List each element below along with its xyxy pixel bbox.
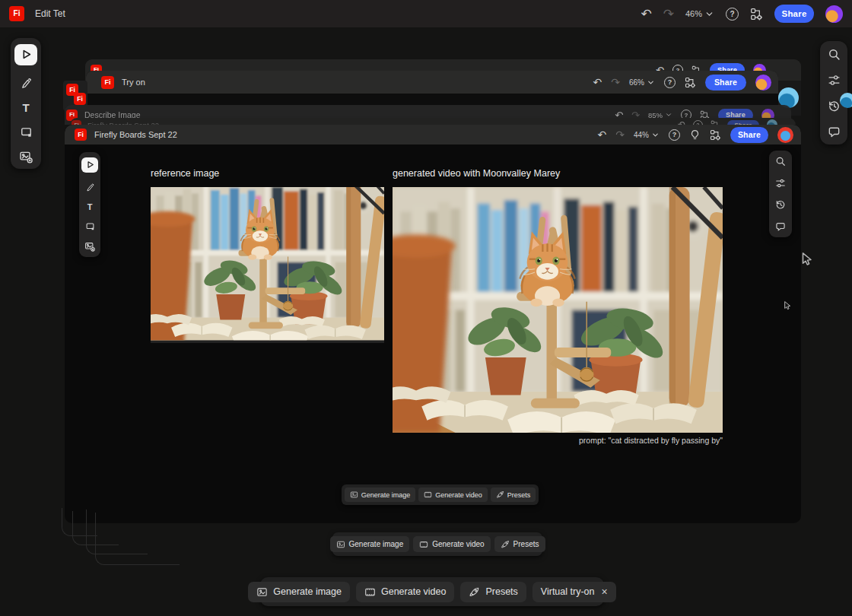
draw-tool[interactable] [20, 77, 33, 90]
undo-icon[interactable]: ↶ [598, 129, 607, 141]
text-tool[interactable]: T [87, 202, 93, 211]
image-icon [336, 540, 345, 549]
reference-image-label: reference image [151, 168, 219, 179]
comment-icon[interactable] [828, 125, 841, 138]
generate-image-button[interactable]: Generate image [330, 536, 410, 552]
generate-video-label: Generate video [381, 586, 446, 597]
zoom-control: 66% [629, 78, 655, 87]
generate-image-label: Generate image [361, 491, 411, 499]
filters-icon[interactable] [828, 74, 841, 87]
redo-icon: ↷ [611, 76, 620, 88]
generated-video-label: generated video with Moonvalley Marey [393, 168, 560, 179]
presets-button[interactable]: Presets [494, 536, 545, 552]
pen-icon [85, 183, 95, 192]
share-button: Share [705, 75, 746, 90]
firefly-logo[interactable]: Fi [9, 6, 24, 21]
cat-video-frame [393, 187, 723, 433]
media-tool[interactable] [84, 241, 95, 252]
select-tool[interactable] [81, 157, 98, 173]
right-toolbar-inner [769, 151, 792, 237]
generate-toolbar-main: Generate image Generate video Presets Vi… [260, 577, 604, 606]
left-toolbar-inner: T [79, 152, 100, 257]
zoom-level: 44% [634, 131, 649, 139]
search-icon[interactable] [828, 48, 841, 61]
user-avatar [755, 75, 771, 90]
presets-label: Presets [507, 491, 531, 499]
remote-cursor-pointer [801, 252, 812, 267]
generate-video-button[interactable]: Generate video [418, 487, 488, 502]
user-avatar[interactable] [825, 5, 843, 23]
generate-video-label: Generate video [432, 540, 484, 548]
zoom-level: 46% [685, 9, 702, 18]
help-icon[interactable]: ? [669, 129, 680, 141]
image-icon [256, 586, 268, 598]
redo-icon[interactable]: ↷ [615, 129, 625, 141]
rocket-icon [496, 491, 504, 499]
undo-icon[interactable]: ↶ [641, 6, 651, 22]
virtual-try-on-chip[interactable]: Virtual try-on × [532, 582, 616, 602]
history-icon[interactable] [775, 199, 786, 210]
ghost-window-corner [95, 513, 180, 565]
text-tool[interactable]: T [22, 101, 29, 114]
comment-icon[interactable] [775, 221, 786, 232]
history-icon[interactable] [828, 100, 841, 113]
lightbulb-icon[interactable] [689, 129, 701, 141]
zoom-level: 66% [629, 78, 644, 87]
help-icon[interactable]: ? [726, 8, 739, 21]
rocket-icon [469, 586, 480, 598]
generate-image-label: Generate image [349, 540, 404, 548]
remote-cursor-pointer-small [784, 300, 791, 311]
zoom-control[interactable]: 46% [685, 9, 714, 19]
boards-workflow-icon [685, 77, 696, 88]
generate-toolbar-inner: Generate image Generate video Presets [342, 484, 539, 505]
chevron-down-icon [704, 9, 714, 19]
close-icon[interactable]: × [601, 586, 607, 598]
zoom-control[interactable]: 44% [634, 131, 660, 139]
image-icon [350, 491, 358, 499]
generate-video-button[interactable]: Generate video [356, 582, 454, 602]
left-toolbar: T [11, 38, 41, 169]
window-try-on[interactable]: Fi Try on ↶ ↷ 66% ? Share [86, 71, 778, 106]
generate-image-button[interactable]: Generate image [248, 582, 350, 602]
virtual-try-on-label: Virtual try-on [541, 586, 595, 597]
media-tool[interactable] [19, 150, 33, 164]
rocket-icon [501, 540, 510, 549]
share-button[interactable]: Share [774, 5, 814, 23]
boards-workflow-icon[interactable] [710, 129, 721, 141]
generate-image-label: Generate image [273, 586, 342, 597]
draw-tool[interactable] [85, 183, 95, 192]
generate-image-button[interactable]: Generate image [345, 487, 416, 502]
window-firefly-boards[interactable]: Fi Firefly Boards Sept 22 ↶ ↷ 44% ? Shar… [65, 125, 801, 523]
filters-icon[interactable] [775, 178, 786, 189]
firefly-logo: Fi [75, 129, 87, 141]
user-avatar[interactable] [777, 127, 793, 143]
presets-label: Presets [485, 586, 517, 597]
generated-video[interactable] [393, 187, 723, 433]
undo-icon: ↶ [593, 76, 602, 88]
presets-label: Presets [513, 540, 539, 548]
generate-video-button[interactable]: Generate video [413, 536, 490, 552]
prompt-caption: prompt: "cat distracted by fly passing b… [393, 436, 723, 445]
window-title: Firefly Boards Sept 22 [94, 130, 177, 139]
select-tool[interactable] [14, 44, 37, 65]
shape-tool[interactable] [20, 125, 33, 138]
app-root: Fi Edit Tet ↶ ↷ 46% ? Share T [0, 0, 852, 616]
shape-icon [85, 221, 95, 231]
presets-button[interactable]: Presets [491, 487, 536, 502]
shape-tool[interactable] [85, 221, 95, 231]
share-button[interactable]: Share [730, 127, 768, 143]
top-app-bar: Fi Edit Tet ↶ ↷ 46% ? Share [0, 0, 852, 27]
presets-button[interactable]: Presets [460, 582, 526, 602]
firefly-logo: Fi [101, 76, 114, 89]
right-toolbar [820, 41, 847, 144]
add-media-icon [84, 241, 95, 252]
reference-image[interactable] [151, 187, 384, 343]
search-icon[interactable] [775, 156, 786, 167]
window-title: Try on [122, 78, 145, 87]
redo-icon[interactable]: ↷ [663, 6, 674, 22]
film-icon [424, 491, 432, 499]
cat-photo [151, 187, 384, 343]
collaborator-avatar-edge [840, 93, 852, 108]
film-icon [419, 540, 428, 549]
boards-workflow-icon[interactable] [750, 8, 763, 21]
